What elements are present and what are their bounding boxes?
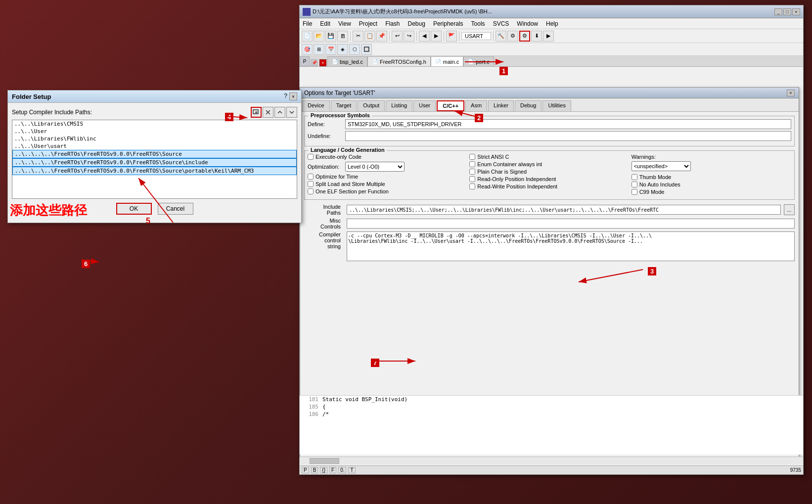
save-btn[interactable]: 💾	[325, 31, 336, 42]
panel-code-btn[interactable]: {}	[320, 467, 327, 473]
scrollbar-thumb[interactable]	[310, 458, 339, 464]
tab-port[interactable]: 📄 port.c	[463, 56, 494, 66]
tb2-btn5[interactable]: ⬡	[349, 44, 360, 55]
include-paths-input[interactable]	[347, 205, 781, 215]
strict-ansi-checkbox[interactable]	[469, 154, 475, 160]
bookmark-btn[interactable]: 🚩	[446, 31, 457, 42]
enum-container-checkbox[interactable]	[469, 161, 475, 167]
tab-asm[interactable]: Asm	[465, 100, 487, 111]
undo-btn[interactable]: ↩	[392, 31, 403, 42]
move-down-btn[interactable]	[286, 107, 297, 118]
tab-freertos-config[interactable]: 📄 FreeRTOSConfig.h	[367, 56, 431, 66]
execute-only-checkbox[interactable]	[308, 154, 314, 160]
sep4	[444, 31, 444, 41]
rw-position-checkbox[interactable]	[469, 183, 475, 189]
compiler-string-textarea[interactable]: -c --cpu Cortex-M3 -D__ MICROLIB -g -O0 …	[347, 231, 795, 261]
flash-download-btn[interactable]: ⬇	[531, 31, 542, 42]
thumb-mode-checkbox[interactable]	[632, 174, 637, 180]
undefine-input[interactable]	[345, 131, 791, 141]
folder-dialog-question[interactable]: ?	[284, 92, 287, 100]
optimize-time-row: Optimize for Time	[308, 174, 467, 180]
tb2-btn2[interactable]: ⊞	[314, 44, 324, 55]
tab-output[interactable]: Output	[358, 100, 385, 111]
optimize-time-checkbox[interactable]	[308, 174, 314, 180]
cut-btn[interactable]: ✂	[353, 31, 363, 42]
tb2-btn6[interactable]: 🔲	[361, 44, 372, 55]
redo-btn[interactable]: ↪	[404, 31, 414, 42]
restore-btn[interactable]: □	[783, 8, 791, 15]
optimization-select[interactable]: Level 0 (-O0) Level 1 (-O1) Level 2 (-O2…	[345, 162, 405, 172]
panel-b-btn[interactable]: B	[311, 467, 318, 473]
panel-0-btn[interactable]: 0.	[338, 467, 346, 473]
tb2-btn3[interactable]: 📅	[325, 44, 336, 55]
copy-btn[interactable]: 📋	[364, 31, 375, 42]
menu-view[interactable]: View	[338, 20, 351, 27]
plain-char-checkbox[interactable]	[469, 169, 475, 175]
menu-debug[interactable]: Debug	[408, 20, 425, 27]
menu-file[interactable]: File	[303, 20, 312, 27]
tab-linker[interactable]: Linker	[488, 100, 514, 111]
tab-debug[interactable]: Debug	[515, 100, 541, 111]
options-close-btn[interactable]: ×	[787, 90, 795, 96]
tab-bsp-led[interactable]: 📄 bsp_led.c	[327, 56, 367, 66]
panel-p-btn[interactable]: P	[302, 467, 309, 473]
split-load-checkbox[interactable]	[308, 181, 314, 187]
target-options-btn[interactable]: ⚙	[519, 31, 530, 42]
ro-position-checkbox[interactable]	[469, 176, 475, 182]
include-paths-list[interactable]: ..\..\Libraries\CMSIS ..\..\User ..\..\L…	[12, 120, 297, 199]
warnings-select[interactable]: <unspecified> All Warnings	[632, 161, 691, 171]
include-paths-label: IncludePaths	[304, 204, 344, 216]
menu-edit[interactable]: Edit	[320, 20, 330, 27]
menu-svcs[interactable]: SVCS	[493, 20, 509, 27]
horizontal-scrollbar[interactable]	[300, 457, 803, 464]
folder-dialog-close[interactable]: ×	[289, 92, 297, 100]
tab-target[interactable]: Target	[331, 100, 357, 111]
tab-cpp[interactable]: C/C++	[437, 100, 464, 111]
save-all-btn[interactable]: 🖹	[337, 31, 348, 42]
nav-fwd-btn[interactable]: ▶	[431, 31, 442, 42]
misc-controls-input[interactable]	[347, 219, 795, 229]
rebuild-btn[interactable]: ⚙	[507, 31, 518, 42]
minimize-btn[interactable]: _	[774, 8, 782, 15]
menu-project[interactable]: Project	[359, 20, 377, 27]
lang-col2: Strict ANSI C Enum Container always int …	[469, 154, 629, 196]
menu-tools[interactable]: Tools	[471, 20, 485, 27]
project-panel-btn[interactable]: P	[300, 56, 310, 66]
panel-f-btn[interactable]: F	[329, 467, 336, 473]
new-file-btn[interactable]: 📄	[302, 31, 313, 42]
menu-window[interactable]: Window	[517, 20, 538, 27]
new-item-icon	[253, 109, 260, 116]
build-btn[interactable]: 🔨	[496, 31, 506, 42]
tb2-btn4[interactable]: ◈	[337, 44, 348, 55]
menu-peripherals[interactable]: Peripherals	[433, 20, 463, 27]
move-up-btn[interactable]	[274, 107, 285, 118]
debug-start-btn[interactable]: ▶	[543, 31, 554, 42]
tab-user[interactable]: User	[413, 100, 436, 111]
tb2-btn1[interactable]: 🎯	[302, 44, 313, 55]
no-auto-includes-checkbox[interactable]	[632, 182, 637, 187]
one-elf-checkbox[interactable]	[308, 188, 314, 194]
open-btn[interactable]: 📂	[314, 31, 324, 42]
c99-mode-checkbox[interactable]	[632, 189, 637, 195]
define-input[interactable]	[345, 119, 791, 129]
paste-btn[interactable]: 📌	[376, 31, 387, 42]
folder-ok-button[interactable]: OK	[116, 203, 152, 215]
menu-flash[interactable]: Flash	[385, 20, 400, 27]
browse-include-btn[interactable]: ...	[784, 204, 795, 215]
tab-device[interactable]: Device	[302, 100, 330, 111]
tab-main[interactable]: 📄 main.c	[431, 56, 463, 66]
nav-back-btn[interactable]: ◀	[419, 31, 430, 42]
tab-utilities[interactable]: Utilities	[542, 100, 571, 111]
delete-btn[interactable]	[263, 107, 273, 118]
list-item-freertos-portable: ..\..\..\..\FreeRTOs\FreeRTOSv9.0.0\Free…	[12, 167, 297, 175]
new-folder-btn[interactable]	[251, 107, 262, 118]
folder-cancel-button[interactable]: Cancel	[158, 203, 193, 215]
target-selector[interactable]: USART	[461, 32, 491, 40]
menu-help[interactable]: Help	[546, 20, 558, 27]
panel-t-btn[interactable]: T	[348, 467, 355, 473]
close-btn[interactable]: ×	[792, 8, 800, 15]
tab-listing[interactable]: Listing	[386, 100, 412, 111]
tab-close-x[interactable]: ×	[319, 59, 326, 66]
tab-pin-btn[interactable]: 📌	[311, 59, 317, 66]
list-item: ..\..\User\usart	[12, 142, 297, 150]
